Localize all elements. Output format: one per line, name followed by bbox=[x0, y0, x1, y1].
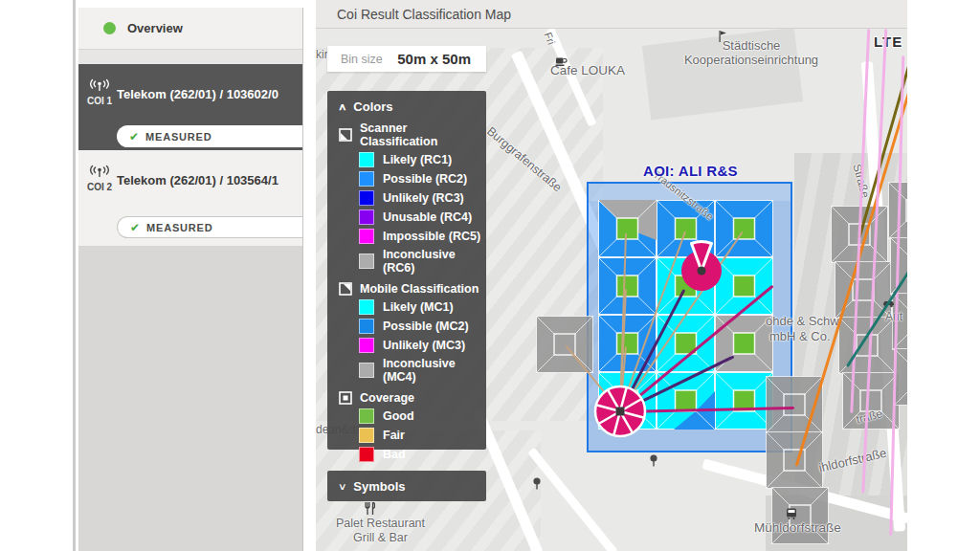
coverage-square-icon bbox=[339, 391, 352, 405]
legend-swatch bbox=[359, 190, 374, 206]
legend-item-label: Unlikely (MC3) bbox=[383, 339, 465, 352]
coi1-id: COI 1 bbox=[84, 96, 115, 106]
legend-item: Unusable (RC4) bbox=[359, 209, 486, 225]
coi1-status-badge: ✔ MEASURED bbox=[117, 125, 302, 147]
sidebar-item-coi1[interactable]: COI 1 Telekom (262/01) / 103602/0 ✔ MEAS… bbox=[78, 64, 302, 150]
legend-item-label: Fair bbox=[383, 429, 405, 442]
map-label: kir bbox=[316, 48, 328, 61]
flag-icon bbox=[718, 29, 727, 46]
legend-panel: ∧ Colors Scanner ClassificationLikely (R… bbox=[327, 91, 486, 450]
legend-item-label: Good bbox=[383, 409, 414, 423]
legend-item-label: Likely (RC1) bbox=[383, 153, 452, 166]
legend-swatch bbox=[359, 363, 374, 378]
legend-section-label: Mobile Classification bbox=[360, 282, 479, 296]
bin-cell bbox=[598, 257, 657, 319]
legend-item: Possible (RC2) bbox=[359, 171, 486, 187]
inconclusive-bin-cell bbox=[766, 431, 823, 493]
page-title: Coi Result Classification Map bbox=[316, 0, 907, 29]
legend-item-label: Possible (MC2) bbox=[383, 320, 469, 333]
legend-item: Inconclusive (RC6) bbox=[359, 248, 486, 275]
cell-site-pie bbox=[671, 240, 732, 305]
coi2-status-badge: ✔ MEASURED bbox=[117, 216, 302, 238]
inconclusive-bin-cell bbox=[771, 487, 829, 548]
aoi-label: AOI: ALI R&S bbox=[643, 163, 738, 179]
legend-item-label: Possible (RC2) bbox=[383, 172, 467, 186]
legend-section-title: Scanner Classification bbox=[339, 121, 486, 148]
legend-item: Bad bbox=[359, 447, 486, 462]
map-panel-header: Coi Result Classification Map bbox=[316, 0, 907, 29]
coi2-status-text: MEASURED bbox=[146, 222, 212, 233]
map-label: Aut bbox=[885, 310, 902, 323]
legend-swatch bbox=[359, 428, 374, 443]
legend-section-label: Coverage bbox=[360, 391, 414, 405]
map-road bbox=[527, 448, 617, 551]
restaurant-icon bbox=[365, 501, 375, 518]
inconclusive-bin-cell bbox=[838, 317, 896, 378]
legend-item-label: Bad bbox=[383, 448, 406, 461]
coffee-icon bbox=[555, 54, 568, 71]
legend-section-title: Mobile Classification bbox=[339, 282, 486, 296]
legend-item-label: Unlikely (RC3) bbox=[383, 191, 464, 205]
legend-swatch bbox=[359, 338, 374, 353]
legend-item-label: Inconclusive (MC4) bbox=[383, 357, 486, 384]
legend-swatch bbox=[359, 229, 374, 244]
mobile-corner-icon bbox=[339, 282, 352, 296]
bin-size-value: 50m x 50m bbox=[397, 51, 471, 67]
legend-item-label: Impossible (RC5) bbox=[383, 230, 480, 243]
map-label: Palet Restaurant bbox=[321, 517, 440, 530]
chevron-up-icon: ∧ bbox=[338, 101, 347, 112]
coi2-id: COI 2 bbox=[84, 182, 115, 192]
legend-item-label: Inconclusive (RC6) bbox=[383, 248, 486, 275]
symbols-panel[interactable]: ∨ Symbols bbox=[327, 471, 486, 501]
lte-logo: LTE bbox=[874, 33, 902, 50]
bin-cell bbox=[715, 372, 773, 433]
panel-divider bbox=[73, 0, 76, 551]
symbols-title: Symbols bbox=[353, 479, 405, 494]
map-label: Kooperationseinrichtung bbox=[656, 53, 847, 67]
legend-item: Inconclusive (MC4) bbox=[359, 357, 486, 384]
legend-colors-header[interactable]: ∧ Colors bbox=[339, 99, 486, 114]
bus-icon bbox=[786, 506, 797, 523]
chevron-down-icon: ∨ bbox=[338, 481, 347, 492]
map-panel: Coi Result Classification Map AOI: ALI R… bbox=[316, 0, 907, 551]
legend-item-label: Likely (MC1) bbox=[383, 300, 454, 314]
legend-swatch bbox=[359, 152, 374, 167]
legend-section-title: Coverage bbox=[339, 391, 486, 405]
coi1-status-text: MEASURED bbox=[145, 131, 212, 143]
bin-cell bbox=[598, 200, 657, 261]
checkmark-icon: ✔ bbox=[129, 130, 139, 143]
legend-item-label: Unusable (RC4) bbox=[383, 210, 472, 224]
bin-cell bbox=[657, 372, 715, 433]
legend-item: Impossible (RC5) bbox=[359, 229, 486, 244]
legend-item: Possible (MC2) bbox=[359, 319, 486, 334]
legend-section-label: Scanner Classification bbox=[360, 121, 486, 148]
legend-colors-title: Colors bbox=[353, 99, 392, 114]
legend-item: Unlikely (MC3) bbox=[359, 338, 486, 353]
legend-swatch bbox=[359, 447, 374, 462]
legend-item: Good bbox=[359, 408, 486, 424]
legend-swatch bbox=[359, 209, 374, 225]
map-label: Grill & Bar bbox=[321, 531, 440, 544]
tree-icon bbox=[532, 476, 542, 494]
legend-swatch bbox=[359, 408, 374, 424]
checkmark-icon: ✔ bbox=[130, 221, 140, 234]
legend-item: Likely (RC1) bbox=[359, 152, 486, 167]
overview-status-dot-icon bbox=[103, 22, 116, 34]
coi1-title: Telekom (262/01) / 103602/0 bbox=[117, 87, 278, 101]
antenna-icon bbox=[89, 164, 110, 180]
bin-size-control[interactable]: Bin size 50m x 50m bbox=[327, 46, 486, 72]
map-label: mbH & Co. bbox=[769, 329, 831, 343]
map-label: ohde & Schw bbox=[766, 314, 839, 328]
legend-swatch bbox=[359, 319, 374, 334]
antenna-icon bbox=[89, 77, 110, 94]
map-canvas[interactable]: AOI: ALI R&S bbox=[316, 29, 907, 551]
legend-item: Likely (MC1) bbox=[359, 299, 486, 315]
tree-icon bbox=[649, 453, 658, 471]
sidebar-item-coi2[interactable]: COI 2 Telekom (262/01) / 103564/1 ✔ MEAS… bbox=[78, 150, 302, 247]
sidebar-item-overview[interactable]: Overview bbox=[78, 8, 302, 50]
sidebar-spacer bbox=[78, 50, 302, 64]
cell-site-pie bbox=[590, 381, 651, 446]
legend-swatch bbox=[359, 299, 374, 315]
legend-swatch bbox=[359, 253, 374, 269]
overview-label: Overview bbox=[127, 21, 183, 35]
